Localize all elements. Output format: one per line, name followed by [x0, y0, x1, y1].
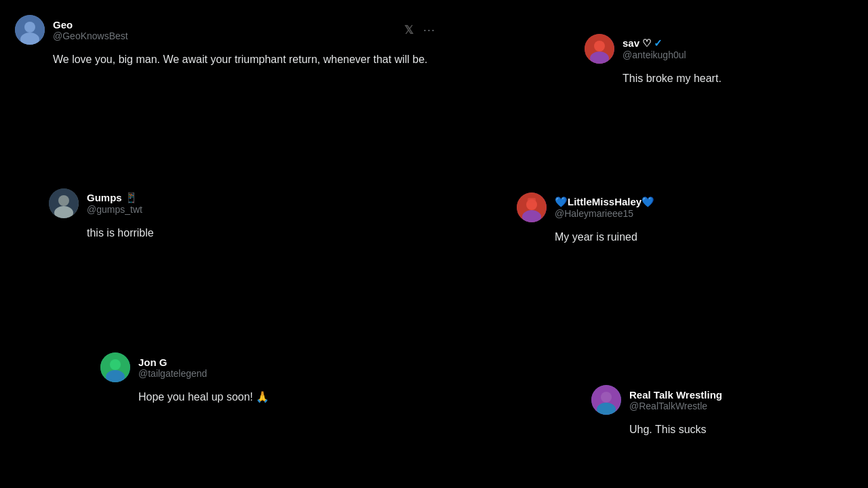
svg-point-4: [594, 41, 605, 52]
tweet-text-jong: Hope you heal up soon! 🙏: [138, 389, 494, 405]
avatar-realtalk: [591, 385, 621, 415]
x-logo-icon: 𝕏: [404, 23, 414, 37]
username-sav: @anteikugh0ul: [623, 49, 686, 60]
display-name-gumps: Gumps 📱: [87, 192, 142, 204]
more-options-icon[interactable]: ···: [423, 23, 435, 37]
tweet-realtalk: Real Talk Wrestling @RealTalkWrestle Uhg…: [591, 385, 849, 438]
username-haley: @Haleymarieee15: [555, 208, 654, 219]
display-name-realtalk: Real Talk Wrestling: [629, 389, 722, 401]
tweet-text-sav: This broke my heart.: [623, 70, 842, 87]
avatar-sav: [585, 34, 614, 64]
username-jong: @tailgatelegend: [138, 368, 207, 379]
tweet-text-gumps: this is horrible: [87, 225, 442, 241]
svg-point-7: [58, 195, 69, 206]
svg-point-1: [24, 22, 35, 33]
tweet-text-geo: We love you, big man. We await your triu…: [53, 52, 435, 68]
svg-point-14: [110, 359, 121, 370]
username-geo: @GeoKnowsBest: [53, 30, 128, 41]
tweet-jong: Jon G @tailgatelegend Hope you heal up s…: [100, 352, 494, 405]
display-name-haley: 💙LittleMissHaley💙: [555, 196, 654, 208]
tweet-gumps: Gumps 📱 @gumps_twt this is horrible: [49, 188, 442, 241]
avatar-haley: [517, 192, 547, 222]
tweet-haley: 💙LittleMissHaley💙 @Haleymarieee15 My yea…: [517, 192, 842, 245]
display-name-jong: Jon G: [138, 357, 207, 368]
avatar-jong: [100, 352, 130, 382]
verified-badge-sav: ✓: [654, 37, 663, 49]
avatar-gumps: [49, 188, 79, 218]
svg-rect-12: [528, 198, 536, 203]
display-name-geo: Geo: [53, 19, 128, 30]
svg-point-17: [601, 392, 612, 403]
tweet-text-haley: My year is ruined: [555, 229, 842, 245]
avatar-geo: [15, 15, 45, 45]
tweet-sav: sav ♡ ✓ @anteikugh0ul This broke my hear…: [585, 34, 842, 87]
display-name-sav: sav ♡ ✓: [623, 37, 686, 49]
tweet-geo: Geo @GeoKnowsBest 𝕏 ··· We love you, big…: [15, 15, 435, 68]
username-realtalk: @RealTalkWrestle: [629, 401, 722, 411]
tweet-text-realtalk: Uhg. This sucks: [629, 422, 849, 438]
username-gumps: @gumps_twt: [87, 204, 142, 215]
